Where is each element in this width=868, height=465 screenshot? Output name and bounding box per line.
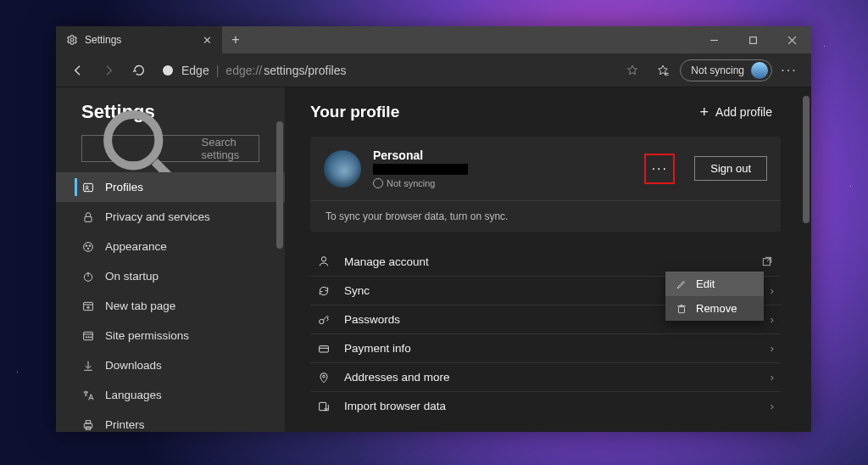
tab-settings[interactable]: Settings ✕ [56, 26, 222, 53]
menu-item-edit[interactable]: Edit [665, 272, 764, 296]
svg-rect-44 [679, 306, 685, 312]
close-tab-icon[interactable]: ✕ [203, 34, 212, 47]
minimize-button[interactable] [694, 26, 733, 53]
redacted-email [373, 164, 468, 175]
search-placeholder: Search settings [202, 136, 250, 161]
settings-sidebar: Settings Search settings Profiles Privac… [56, 87, 285, 432]
forward-button[interactable] [95, 57, 122, 84]
svg-rect-31 [86, 420, 90, 423]
browser-window: Settings ✕ + Edge | edge://settings/prof… [56, 26, 811, 432]
profile-sync-pill[interactable]: Not syncing [680, 59, 772, 81]
more-icon: ··· [652, 161, 668, 176]
favorite-button[interactable] [619, 57, 646, 84]
favorites-list-button[interactable] [649, 57, 676, 84]
svg-rect-40 [320, 345, 329, 351]
svg-point-27 [91, 336, 92, 337]
row-addresses[interactable]: Addresses and more › [310, 362, 781, 391]
refresh-button[interactable] [125, 57, 153, 84]
profile-more-button[interactable]: ··· [645, 154, 674, 183]
import-icon [317, 400, 331, 413]
profile-more-menu: Edit Remove [665, 272, 764, 321]
gear-icon [66, 34, 78, 46]
svg-rect-23 [84, 332, 93, 339]
svg-point-16 [87, 248, 89, 249]
svg-point-8 [108, 115, 159, 165]
svg-line-38 [767, 257, 771, 261]
power-icon [81, 270, 95, 283]
sync-state-label: Not syncing [691, 64, 744, 76]
svg-point-0 [70, 38, 74, 42]
profile-avatar [324, 150, 361, 188]
titlebar: Settings ✕ + [56, 26, 811, 53]
back-button[interactable] [64, 57, 92, 84]
newtab-icon [81, 300, 95, 313]
svg-point-11 [86, 186, 88, 188]
sidebar-item-downloads[interactable]: Downloads [56, 350, 285, 380]
url-path: settings/profiles [264, 64, 346, 77]
svg-point-14 [86, 244, 87, 246]
chevron-right-icon: › [771, 400, 775, 412]
sync-icon [317, 284, 331, 298]
content-area: Settings Search settings Profiles Privac… [56, 87, 811, 432]
key-icon [317, 313, 331, 327]
appearance-icon [81, 240, 95, 254]
chevron-right-icon: › [771, 371, 775, 384]
menu-item-remove[interactable]: Remove [665, 296, 764, 321]
avatar-icon [751, 62, 768, 79]
svg-rect-2 [749, 36, 756, 43]
chevron-right-icon: › [771, 313, 775, 326]
pin-icon [317, 371, 331, 384]
languages-icon [81, 389, 95, 402]
plus-icon: + [700, 104, 709, 121]
svg-rect-30 [84, 423, 92, 428]
sidebar-item-languages[interactable]: Languages [56, 380, 285, 410]
add-profile-button[interactable]: + Add profile [700, 104, 772, 121]
download-icon [81, 359, 95, 373]
lock-icon [81, 210, 95, 224]
svg-point-42 [323, 375, 326, 378]
sidebar-item-newtab[interactable]: New tab page [56, 291, 285, 321]
pencil-icon [676, 278, 687, 290]
svg-point-25 [86, 336, 86, 337]
sidebar-item-permissions[interactable]: Site permissions [56, 321, 285, 350]
sidebar-item-appearance[interactable]: Appearance [56, 232, 285, 261]
row-payment[interactable]: Payment info › [310, 333, 781, 362]
sign-out-button[interactable]: Sign out [694, 156, 767, 181]
svg-point-36 [321, 257, 326, 261]
app-menu-button[interactable]: ··· [776, 57, 803, 84]
url-field[interactable]: Edge | edge://settings/profiles [156, 64, 615, 77]
sidebar-item-profiles[interactable]: Profiles [56, 172, 285, 202]
row-import[interactable]: Import browser data › [310, 391, 781, 420]
printer-icon [81, 418, 95, 432]
profile-name: Personal [373, 148, 468, 162]
settings-main: Your profile + Add profile Personal Not … [285, 87, 811, 432]
permissions-icon [81, 329, 95, 343]
profiles-icon [81, 181, 95, 194]
profile-card: Personal Not syncing ··· Sign out To syn… [310, 137, 781, 232]
new-tab-button[interactable]: + [222, 26, 249, 53]
main-scrollbar[interactable] [803, 96, 810, 223]
maximize-button[interactable] [733, 26, 772, 53]
svg-point-26 [88, 336, 89, 337]
sidebar-item-privacy[interactable]: Privacy and services [56, 202, 285, 232]
chevron-right-icon: › [771, 284, 775, 297]
url-prefix: edge:// [225, 64, 262, 77]
svg-rect-12 [85, 216, 92, 221]
edge-icon [161, 64, 175, 77]
close-window-button[interactable] [772, 26, 811, 53]
window-controls [694, 26, 811, 53]
card-icon [317, 342, 331, 356]
sidebar-item-startup[interactable]: On startup [56, 261, 285, 291]
open-external-icon [760, 255, 774, 268]
svg-point-39 [320, 319, 324, 323]
svg-point-13 [84, 242, 93, 251]
address-bar: Edge | edge://settings/profiles Not sync… [56, 53, 811, 87]
sidebar-item-printers[interactable]: Printers [56, 410, 285, 432]
trash-icon [676, 303, 687, 315]
search-input[interactable]: Search settings [81, 135, 259, 162]
person-icon [317, 255, 331, 268]
chevron-right-icon: › [771, 342, 775, 355]
browser-label: Edge [181, 64, 209, 77]
sidebar-scrollbar[interactable] [276, 121, 283, 249]
sync-hint: To sync your browser data, turn on sync. [310, 200, 781, 232]
